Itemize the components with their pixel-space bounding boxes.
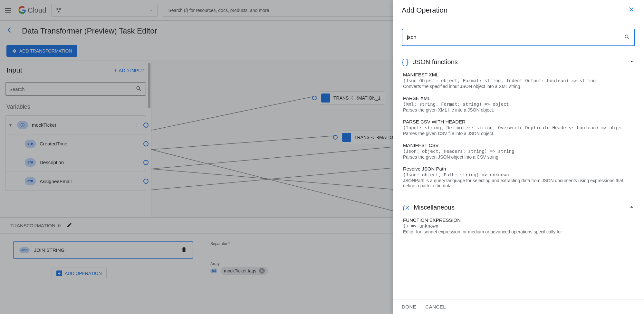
function-description: Parses the given CSV file into a JSON ob… [403,131,635,136]
function-name: PARSE XML [403,95,635,101]
drawer-title: Add Operation [402,6,447,15]
drawer-header: Add Operation [393,0,644,21]
misc-functions-group: ƒx Miscellaneous FUNCTION EXPRESSION() =… [402,201,635,238]
function-name: MANIFEST XML [403,72,635,77]
function-description: Parses the given JSON object into a CSV … [403,154,635,160]
chevron-up-icon [629,204,635,211]
function-signature: (Xml: string, Format: string) => object [403,102,635,107]
function-item[interactable]: FUNCTION EXPRESSION() => unknownEditor f… [402,214,635,238]
function-item[interactable]: Resolve JSON Path(Json: object, Path: st… [402,163,635,191]
function-description: Parses the given XML file into a JSON ob… [403,107,635,113]
function-item[interactable]: MANIFEST CSV(Json: object, Headers: stri… [402,139,635,163]
function-description: Converts the specified input JSON object… [403,84,635,89]
chevron-up-icon [629,58,635,66]
function-name: MANIFEST CSV [403,142,635,148]
drawer-search-wrap [402,29,635,46]
group-header[interactable]: ƒx Miscellaneous [402,201,635,214]
group-title: Miscellaneous [414,204,455,211]
function-signature: () => unknown [403,223,635,229]
function-signature: (Json: object, Path: string) => unknown [403,172,635,177]
json-functions-group: { } JSON functions MANIFEST XML(Json Obj… [402,55,635,191]
function-signature: (Json: object, Headers: string) => strin… [403,149,635,154]
function-name: FUNCTION EXPRESSION [403,217,635,223]
drawer-footer: DONE CANCEL [393,299,644,314]
add-operation-drawer: Add Operation { } JSON functions MANIFES… [393,0,644,314]
group-header[interactable]: { } JSON functions [402,55,635,69]
drawer-body: { } JSON functions MANIFEST XML(Json Obj… [393,21,644,299]
group-title: JSON functions [413,58,458,66]
function-item[interactable]: PARSE XML(Xml: string, Format: string) =… [402,92,635,116]
function-signature: (Json Object: object, Format: string, In… [403,78,635,83]
braces-icon: { } [402,58,409,66]
close-icon[interactable] [628,6,635,15]
function-item[interactable]: MANIFEST XML(Json Object: object, Format… [402,69,635,92]
done-button[interactable]: DONE [402,304,416,309]
search-icon [624,34,630,41]
function-signature: (Input: string, Delimiter: string, Overw… [403,125,635,130]
cancel-button[interactable]: CANCEL [425,304,446,309]
operation-search-input[interactable] [402,29,635,46]
function-name: PARSE CSV WITH HEADER [403,119,635,124]
function-description: Editor for jsonnet expression for medium… [403,229,635,234]
fx-icon: ƒx [402,203,409,211]
function-item[interactable]: PARSE CSV WITH HEADER(Input: string, Del… [402,116,635,139]
function-description: JSONPath is a query language for selecti… [403,178,635,188]
function-name: Resolve JSON Path [403,166,635,172]
